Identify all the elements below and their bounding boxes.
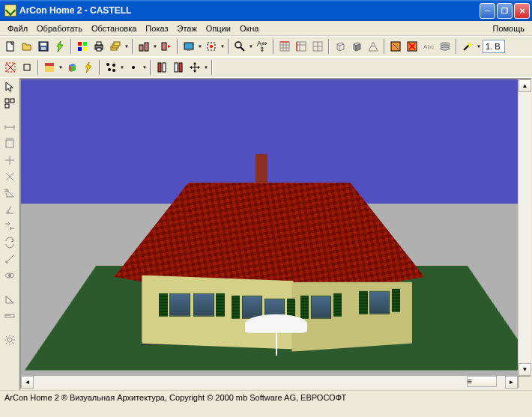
- point-button[interactable]: [126, 60, 141, 75]
- wire-cube-button[interactable]: [333, 39, 348, 54]
- dropdown-arrow-icon[interactable]: ▼: [120, 65, 124, 70]
- scroll-thumb[interactable]: ≡: [467, 376, 497, 387]
- window-title: ArCon Home 2 - CASTELL: [19, 5, 480, 16]
- app-icon: [4, 4, 16, 16]
- scroll-down-button[interactable]: ▼: [519, 363, 531, 376]
- dropdown-arrow-icon[interactable]: ▼: [124, 44, 129, 49]
- dots-button[interactable]: [103, 60, 118, 75]
- menu-windows[interactable]: Окна: [235, 22, 264, 34]
- svg-line-22: [241, 47, 244, 51]
- angle2-button[interactable]: [2, 202, 17, 217]
- angle-button[interactable]: 30: [2, 186, 17, 201]
- 3d-viewport[interactable]: [21, 79, 518, 376]
- grab-button[interactable]: [204, 39, 219, 54]
- dropdown-arrow-icon[interactable]: ▼: [477, 44, 481, 49]
- text-abc-button[interactable]: Abc: [421, 39, 436, 54]
- menu-view[interactable]: Показ: [141, 22, 172, 34]
- close-button[interactable]: ✕: [514, 3, 530, 19]
- color-wall-button[interactable]: [42, 60, 57, 75]
- horizontal-scrollbar[interactable]: ◄ ≡ ►: [21, 376, 531, 389]
- lightning-button[interactable]: [52, 39, 67, 54]
- dropdown-arrow-icon[interactable]: ▼: [249, 44, 253, 49]
- dropdown-arrow-icon[interactable]: ▼: [58, 65, 63, 70]
- door-b-button[interactable]: [171, 60, 186, 75]
- svg-rect-41: [24, 64, 30, 70]
- grid-top-button[interactable]: [277, 39, 292, 54]
- eye-button[interactable]: [2, 268, 17, 283]
- screen-button[interactable]: [181, 39, 196, 54]
- dimension-h-button[interactable]: [2, 120, 17, 135]
- magic-button[interactable]: [460, 39, 475, 54]
- layers-button[interactable]: [438, 39, 453, 54]
- grid-plain-button[interactable]: [310, 39, 325, 54]
- secondary-toolbar: ▼ ▼ ▼ ▼: [0, 57, 532, 78]
- new-button[interactable]: [3, 39, 18, 54]
- svg-rect-52: [179, 63, 182, 72]
- orange-cross-button[interactable]: [405, 39, 420, 54]
- tilt-button[interactable]: [2, 252, 17, 267]
- scroll-left-button[interactable]: ◄: [21, 376, 34, 389]
- dropdown-arrow-icon[interactable]: ▼: [142, 65, 147, 70]
- menu-edit[interactable]: Обработать: [32, 22, 87, 34]
- menu-file[interactable]: Файл: [3, 22, 32, 34]
- triangle-button[interactable]: [2, 292, 17, 307]
- dropdown-arrow-icon[interactable]: ▼: [198, 44, 202, 49]
- lightning-yellow-button[interactable]: [81, 60, 96, 75]
- select-rect-button[interactable]: [3, 60, 18, 75]
- move-button[interactable]: [187, 60, 202, 75]
- layout-button[interactable]: [2, 96, 17, 111]
- perspective-button[interactable]: [366, 39, 381, 54]
- svg-rect-50: [163, 63, 166, 72]
- svg-rect-7: [83, 47, 87, 51]
- dropdown-arrow-icon[interactable]: ▼: [220, 44, 225, 49]
- xcross-button[interactable]: [2, 169, 17, 184]
- menu-setup[interactable]: Обстановка: [87, 22, 141, 34]
- stack-button[interactable]: [108, 39, 123, 54]
- menu-options[interactable]: Опции: [202, 22, 235, 34]
- print-button[interactable]: [91, 39, 106, 54]
- svg-line-79: [6, 336, 7, 338]
- svg-line-82: [12, 336, 13, 338]
- svg-point-20: [210, 45, 213, 48]
- menu-floor[interactable]: Этаж: [172, 22, 201, 34]
- svg-rect-43: [45, 63, 54, 66]
- dropdown-arrow-icon[interactable]: ▼: [204, 65, 208, 70]
- ruler-button[interactable]: [2, 308, 17, 323]
- vertical-scrollbar[interactable]: ▲ ▼: [518, 79, 531, 376]
- building-arrow-button[interactable]: [159, 39, 174, 54]
- building-multi-button[interactable]: [136, 39, 151, 54]
- svg-rect-13: [114, 42, 120, 46]
- shaded-cube-button[interactable]: [349, 39, 364, 54]
- svg-point-44: [106, 63, 109, 66]
- svg-line-81: [6, 343, 7, 344]
- zoom-button[interactable]: [232, 39, 247, 54]
- rotate-arrows-button[interactable]: [2, 235, 17, 250]
- save-button[interactable]: [36, 39, 51, 54]
- cross-button[interactable]: [2, 153, 17, 168]
- color-cube-button[interactable]: [64, 60, 79, 75]
- svg-rect-14: [139, 45, 143, 51]
- small-box-button[interactable]: [19, 60, 34, 75]
- dropdown-arrow-icon[interactable]: ▼: [153, 44, 157, 49]
- orange-flag-button[interactable]: [388, 39, 403, 54]
- arrows-button[interactable]: [2, 219, 17, 234]
- scroll-up-button[interactable]: ▲: [519, 79, 531, 92]
- svg-line-80: [12, 343, 13, 344]
- grid-side-button[interactable]: [294, 39, 309, 54]
- statusbar: ArCon Home 2 ® Визуальная Архитектура, C…: [0, 390, 532, 404]
- floor-input[interactable]: [483, 40, 505, 53]
- svg-rect-56: [10, 99, 14, 103]
- text-settings-button[interactable]: A⇔⇕: [255, 39, 270, 54]
- titlebar: ArCon Home 2 - CASTELL ─ ❐ ✕: [0, 0, 532, 21]
- menu-help[interactable]: Помощь: [489, 22, 530, 34]
- maximize-button[interactable]: ❐: [497, 3, 513, 19]
- sun-button[interactable]: [2, 332, 17, 347]
- minimize-button[interactable]: ─: [480, 3, 495, 19]
- door-a-button[interactable]: [154, 60, 169, 75]
- pointer-button[interactable]: [2, 79, 17, 94]
- scroll-right-button[interactable]: ►: [505, 376, 518, 389]
- palette-button[interactable]: [75, 39, 90, 54]
- dimension-box-button[interactable]: [2, 136, 17, 151]
- svg-rect-18: [187, 49, 190, 51]
- open-button[interactable]: [19, 39, 34, 54]
